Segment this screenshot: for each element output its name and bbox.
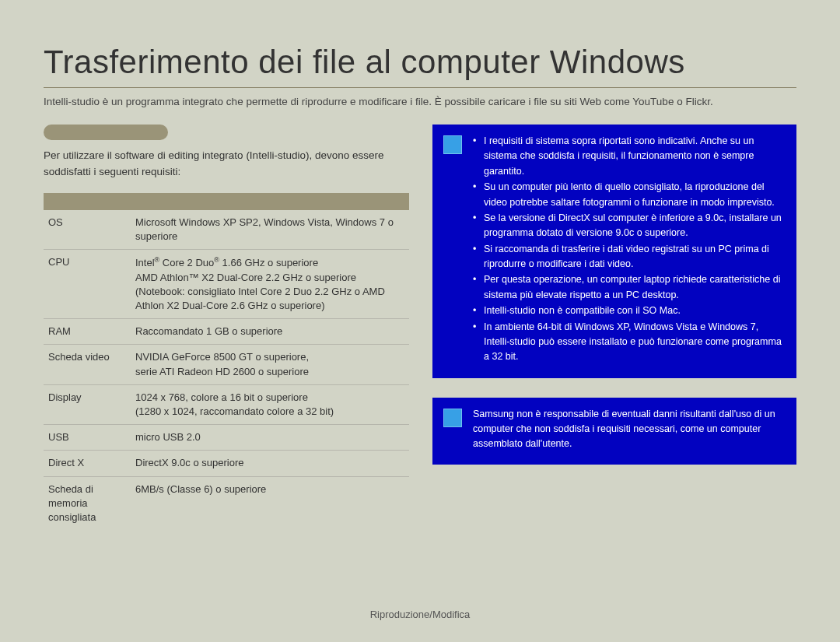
req-label: RAM [44,319,131,345]
req-label: CPU [44,250,131,319]
table-row: Scheda di memoria consigliata 6MB/s (Cla… [44,476,409,530]
table-header-empty1 [44,193,131,210]
left-column: Per utilizzare il software di editing in… [44,125,409,530]
table-row: CPU Intel® Core 2 Duo® 1.66 GHz o superi… [44,250,409,319]
table-header-empty2 [131,193,409,210]
requirements-table: OS Microsoft Windows XP SP2, Windows Vis… [44,193,409,530]
table-row: USB micro USB 2.0 [44,425,409,451]
info-item: Intelli-studio non è compatibile con il … [473,303,784,318]
info-icon [443,135,462,154]
req-value: NVIDIA GeForce 8500 GT o superiore,serie… [131,345,409,384]
info-item: Si raccomanda di trasferire i dati video… [473,242,784,272]
page-title: Trasferimento dei file al computer Windo… [44,44,796,88]
req-label: OS [44,210,131,250]
req-value: Microsoft Windows XP SP2, Windows Vista,… [131,210,409,250]
req-value: Intel® Core 2 Duo® 1.66 GHz o superioreA… [131,250,409,319]
info-list: I requisiti di sistema sopra riportati s… [473,134,784,365]
subhead-text: Per utilizzare il software di editing in… [44,148,409,181]
req-label: Display [44,384,131,424]
req-value: 1024 x 768, colore a 16 bit o superiore(… [131,384,409,424]
info-item: Per questa operazione, un computer lapto… [473,272,784,303]
info-box-notes: I requisiti di sistema sopra riportati s… [432,125,796,378]
info-item: I requisiti di sistema sopra riportati s… [473,134,784,179]
table-row: RAM Raccomandato 1 GB o superiore [44,319,409,345]
info-box-warning: Samsung non è responsabile di eventuali … [432,398,796,465]
right-column: I requisiti di sistema sopra riportati s… [432,125,796,530]
req-label: Direct X [44,451,131,476]
info-icon [443,409,462,427]
info-item: Su un computer più lento di quello consi… [473,180,784,210]
req-label: Scheda di memoria consigliata [44,476,131,530]
footer-text: Riproduzione/Modifica [0,609,840,620]
table-row: OS Microsoft Windows XP SP2, Windows Vis… [44,210,409,250]
table-row: Direct X DirectX 9.0c o superiore [44,451,409,476]
info-item: Se la versione di DirectX sul computer è… [473,211,784,241]
subhead-bar [44,125,168,140]
req-label: Scheda video [44,345,131,384]
table-row: Display 1024 x 768, colore a 16 bit o su… [44,384,409,424]
req-value: Raccomandato 1 GB o superiore [131,319,409,345]
content-columns: Per utilizzare il software di editing in… [44,125,796,530]
req-value: 6MB/s (Classe 6) o superiore [131,476,409,530]
req-label: USB [44,425,131,451]
table-row: Scheda video NVIDIA GeForce 8500 GT o su… [44,345,409,384]
req-value: DirectX 9.0c o superiore [131,451,409,476]
intro-text: Intelli-studio è un programma integrato … [44,96,796,107]
req-value: micro USB 2.0 [131,425,409,451]
info-warning-text: Samsung non è responsabile di eventuali … [473,407,784,452]
info-item: In ambiente 64-bit di Windows XP, Window… [473,320,784,365]
